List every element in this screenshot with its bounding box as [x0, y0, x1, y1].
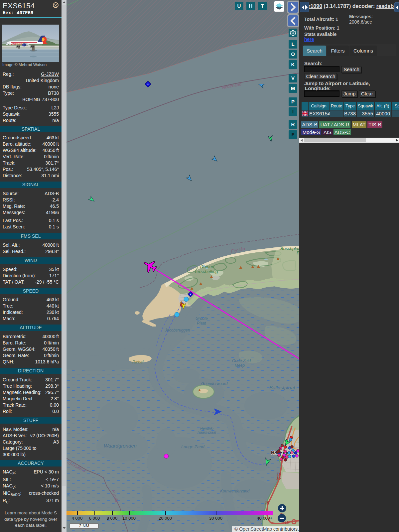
svg-text:15: 15 [265, 501, 269, 505]
svg-text:Waardgronden: Waardgronden [104, 443, 137, 449]
svg-text:an: an [66, 492, 70, 497]
svg-text:Meep: Meep [235, 363, 245, 368]
svg-text:16: 16 [276, 476, 281, 480]
svg-text:Jacobsruggen: Jacobsruggen [165, 328, 190, 332]
svg-text:Ballastplaat: Ballastplaat [269, 385, 295, 390]
svg-text:Duinen: Duinen [200, 264, 214, 269]
svg-text:Hendrik-: Hendrik- [200, 426, 214, 430]
svg-text:Tjaars-plaat: Tjaars-plaat [197, 430, 216, 434]
svg-text:Kornwerderzand: Kornwerderzand [220, 489, 249, 493]
svg-text:Plaat: Plaat [197, 321, 206, 326]
svg-text:Jet2: Jet2 [11, 42, 16, 45]
svg-text:Richel: Richel [132, 360, 144, 364]
svg-text:Terschelling: Terschelling [194, 269, 218, 274]
svg-text:Gròote: Gròote [196, 316, 208, 321]
svg-text:Grienderwaard: Grienderwaard [201, 381, 228, 386]
svg-text:Lange Zand: Lange Zand [181, 444, 204, 449]
svg-text:Oude Zuid: Oude Zuid [232, 358, 251, 363]
